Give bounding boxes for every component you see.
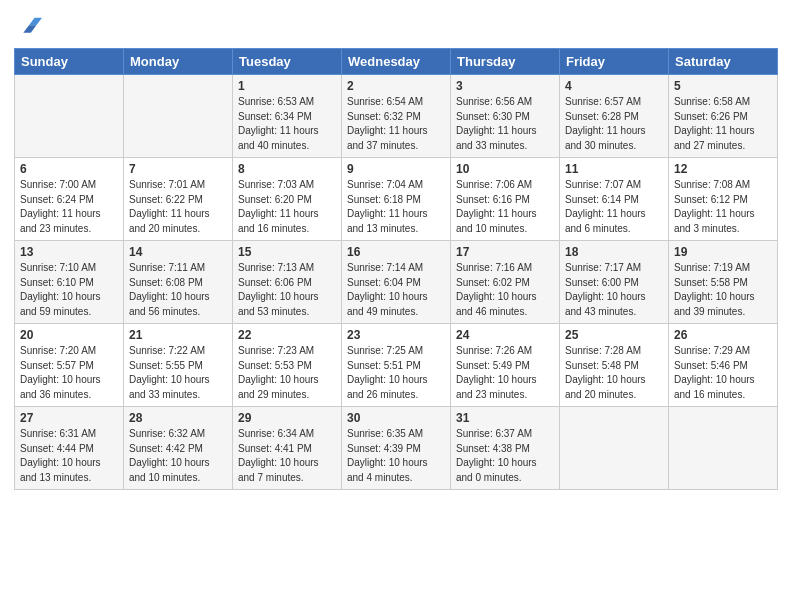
calendar-cell: 6Sunrise: 7:00 AM Sunset: 6:24 PM Daylig…	[15, 158, 124, 241]
day-header-saturday: Saturday	[669, 49, 778, 75]
day-info: Sunrise: 7:28 AM Sunset: 5:48 PM Dayligh…	[565, 344, 663, 402]
day-number: 23	[347, 328, 445, 342]
calendar-cell: 24Sunrise: 7:26 AM Sunset: 5:49 PM Dayli…	[451, 324, 560, 407]
day-info: Sunrise: 6:34 AM Sunset: 4:41 PM Dayligh…	[238, 427, 336, 485]
calendar-cell: 7Sunrise: 7:01 AM Sunset: 6:22 PM Daylig…	[124, 158, 233, 241]
day-info: Sunrise: 7:20 AM Sunset: 5:57 PM Dayligh…	[20, 344, 118, 402]
calendar-cell: 30Sunrise: 6:35 AM Sunset: 4:39 PM Dayli…	[342, 407, 451, 490]
day-number: 9	[347, 162, 445, 176]
calendar-cell	[15, 75, 124, 158]
week-row-0: 1Sunrise: 6:53 AM Sunset: 6:34 PM Daylig…	[15, 75, 778, 158]
calendar-cell	[669, 407, 778, 490]
day-number: 18	[565, 245, 663, 259]
week-row-4: 27Sunrise: 6:31 AM Sunset: 4:44 PM Dayli…	[15, 407, 778, 490]
calendar-cell: 25Sunrise: 7:28 AM Sunset: 5:48 PM Dayli…	[560, 324, 669, 407]
calendar-cell: 13Sunrise: 7:10 AM Sunset: 6:10 PM Dayli…	[15, 241, 124, 324]
calendar-cell: 2Sunrise: 6:54 AM Sunset: 6:32 PM Daylig…	[342, 75, 451, 158]
day-number: 19	[674, 245, 772, 259]
day-info: Sunrise: 7:07 AM Sunset: 6:14 PM Dayligh…	[565, 178, 663, 236]
calendar-cell: 22Sunrise: 7:23 AM Sunset: 5:53 PM Dayli…	[233, 324, 342, 407]
day-number: 1	[238, 79, 336, 93]
day-info: Sunrise: 7:22 AM Sunset: 5:55 PM Dayligh…	[129, 344, 227, 402]
calendar-cell: 11Sunrise: 7:07 AM Sunset: 6:14 PM Dayli…	[560, 158, 669, 241]
day-info: Sunrise: 6:35 AM Sunset: 4:39 PM Dayligh…	[347, 427, 445, 485]
day-header-wednesday: Wednesday	[342, 49, 451, 75]
calendar-cell: 18Sunrise: 7:17 AM Sunset: 6:00 PM Dayli…	[560, 241, 669, 324]
calendar-cell: 26Sunrise: 7:29 AM Sunset: 5:46 PM Dayli…	[669, 324, 778, 407]
day-info: Sunrise: 7:29 AM Sunset: 5:46 PM Dayligh…	[674, 344, 772, 402]
day-info: Sunrise: 6:32 AM Sunset: 4:42 PM Dayligh…	[129, 427, 227, 485]
day-number: 5	[674, 79, 772, 93]
calendar-cell: 31Sunrise: 6:37 AM Sunset: 4:38 PM Dayli…	[451, 407, 560, 490]
header-row: SundayMondayTuesdayWednesdayThursdayFrid…	[15, 49, 778, 75]
day-number: 27	[20, 411, 118, 425]
calendar-cell: 5Sunrise: 6:58 AM Sunset: 6:26 PM Daylig…	[669, 75, 778, 158]
svg-marker-1	[23, 25, 36, 32]
day-number: 15	[238, 245, 336, 259]
day-number: 21	[129, 328, 227, 342]
day-number: 8	[238, 162, 336, 176]
calendar-cell: 3Sunrise: 6:56 AM Sunset: 6:30 PM Daylig…	[451, 75, 560, 158]
calendar-container: SundayMondayTuesdayWednesdayThursdayFrid…	[0, 0, 792, 504]
day-info: Sunrise: 7:23 AM Sunset: 5:53 PM Dayligh…	[238, 344, 336, 402]
logo-icon	[14, 14, 42, 42]
day-info: Sunrise: 7:14 AM Sunset: 6:04 PM Dayligh…	[347, 261, 445, 319]
day-info: Sunrise: 7:16 AM Sunset: 6:02 PM Dayligh…	[456, 261, 554, 319]
day-number: 24	[456, 328, 554, 342]
svg-marker-0	[29, 18, 42, 25]
day-info: Sunrise: 6:31 AM Sunset: 4:44 PM Dayligh…	[20, 427, 118, 485]
calendar-cell: 23Sunrise: 7:25 AM Sunset: 5:51 PM Dayli…	[342, 324, 451, 407]
logo	[14, 14, 44, 42]
calendar-cell: 28Sunrise: 6:32 AM Sunset: 4:42 PM Dayli…	[124, 407, 233, 490]
calendar-cell: 17Sunrise: 7:16 AM Sunset: 6:02 PM Dayli…	[451, 241, 560, 324]
day-info: Sunrise: 6:58 AM Sunset: 6:26 PM Dayligh…	[674, 95, 772, 153]
day-header-tuesday: Tuesday	[233, 49, 342, 75]
day-info: Sunrise: 6:53 AM Sunset: 6:34 PM Dayligh…	[238, 95, 336, 153]
day-number: 22	[238, 328, 336, 342]
day-number: 14	[129, 245, 227, 259]
day-info: Sunrise: 7:04 AM Sunset: 6:18 PM Dayligh…	[347, 178, 445, 236]
day-number: 7	[129, 162, 227, 176]
day-info: Sunrise: 7:11 AM Sunset: 6:08 PM Dayligh…	[129, 261, 227, 319]
day-info: Sunrise: 7:08 AM Sunset: 6:12 PM Dayligh…	[674, 178, 772, 236]
day-info: Sunrise: 7:26 AM Sunset: 5:49 PM Dayligh…	[456, 344, 554, 402]
day-number: 30	[347, 411, 445, 425]
day-header-monday: Monday	[124, 49, 233, 75]
calendar-cell	[560, 407, 669, 490]
day-number: 17	[456, 245, 554, 259]
day-info: Sunrise: 7:17 AM Sunset: 6:00 PM Dayligh…	[565, 261, 663, 319]
calendar-cell: 29Sunrise: 6:34 AM Sunset: 4:41 PM Dayli…	[233, 407, 342, 490]
day-info: Sunrise: 7:00 AM Sunset: 6:24 PM Dayligh…	[20, 178, 118, 236]
day-number: 26	[674, 328, 772, 342]
calendar-cell: 12Sunrise: 7:08 AM Sunset: 6:12 PM Dayli…	[669, 158, 778, 241]
week-row-3: 20Sunrise: 7:20 AM Sunset: 5:57 PM Dayli…	[15, 324, 778, 407]
day-header-sunday: Sunday	[15, 49, 124, 75]
day-header-thursday: Thursday	[451, 49, 560, 75]
calendar-cell: 8Sunrise: 7:03 AM Sunset: 6:20 PM Daylig…	[233, 158, 342, 241]
day-info: Sunrise: 6:37 AM Sunset: 4:38 PM Dayligh…	[456, 427, 554, 485]
calendar-cell	[124, 75, 233, 158]
day-header-friday: Friday	[560, 49, 669, 75]
calendar-cell: 9Sunrise: 7:04 AM Sunset: 6:18 PM Daylig…	[342, 158, 451, 241]
calendar-cell: 1Sunrise: 6:53 AM Sunset: 6:34 PM Daylig…	[233, 75, 342, 158]
day-number: 31	[456, 411, 554, 425]
calendar-cell: 20Sunrise: 7:20 AM Sunset: 5:57 PM Dayli…	[15, 324, 124, 407]
day-number: 12	[674, 162, 772, 176]
calendar-cell: 14Sunrise: 7:11 AM Sunset: 6:08 PM Dayli…	[124, 241, 233, 324]
day-number: 4	[565, 79, 663, 93]
day-number: 6	[20, 162, 118, 176]
calendar-cell: 19Sunrise: 7:19 AM Sunset: 5:58 PM Dayli…	[669, 241, 778, 324]
day-info: Sunrise: 7:25 AM Sunset: 5:51 PM Dayligh…	[347, 344, 445, 402]
day-number: 28	[129, 411, 227, 425]
calendar-table: SundayMondayTuesdayWednesdayThursdayFrid…	[14, 48, 778, 490]
calendar-cell: 27Sunrise: 6:31 AM Sunset: 4:44 PM Dayli…	[15, 407, 124, 490]
day-number: 11	[565, 162, 663, 176]
day-number: 13	[20, 245, 118, 259]
calendar-cell: 15Sunrise: 7:13 AM Sunset: 6:06 PM Dayli…	[233, 241, 342, 324]
day-info: Sunrise: 6:54 AM Sunset: 6:32 PM Dayligh…	[347, 95, 445, 153]
day-number: 25	[565, 328, 663, 342]
calendar-cell: 10Sunrise: 7:06 AM Sunset: 6:16 PM Dayli…	[451, 158, 560, 241]
day-number: 20	[20, 328, 118, 342]
day-info: Sunrise: 6:56 AM Sunset: 6:30 PM Dayligh…	[456, 95, 554, 153]
day-info: Sunrise: 7:19 AM Sunset: 5:58 PM Dayligh…	[674, 261, 772, 319]
